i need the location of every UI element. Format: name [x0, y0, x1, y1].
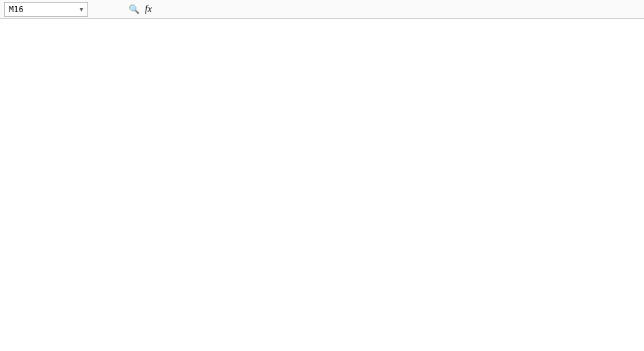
formula-bar: 🔍 fx: [129, 2, 496, 17]
name-box[interactable]: M16 ▼: [4, 2, 88, 17]
formula-bar-row: M16 ▼ 🔍 fx: [0, 0, 644, 19]
chevron-down-icon[interactable]: ▼: [80, 6, 83, 13]
name-box-value: M16: [9, 5, 24, 14]
search-icon[interactable]: 🔍: [129, 4, 139, 14]
fx-icon[interactable]: fx: [145, 4, 152, 15]
formula-input[interactable]: [157, 2, 496, 17]
